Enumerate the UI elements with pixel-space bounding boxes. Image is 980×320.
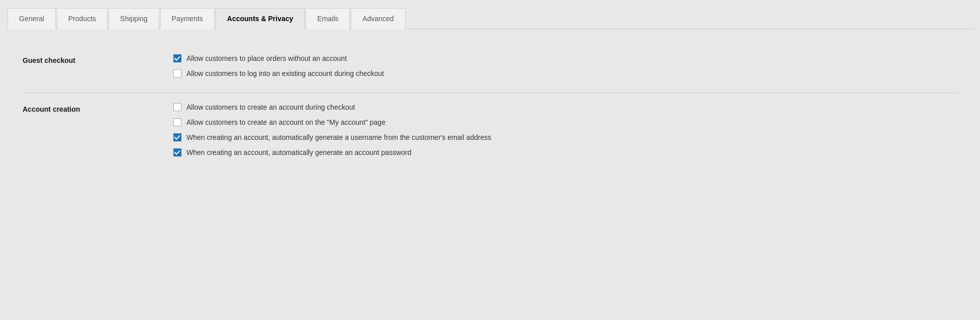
account-creation-options: Allow customers to create an account dur… (173, 103, 492, 156)
tab-products[interactable]: Products (57, 8, 108, 29)
checkbox-auto-generate-username[interactable] (173, 133, 181, 141)
tabs-container: General Products Shipping Payments Accou… (8, 8, 972, 29)
tab-general[interactable]: General (8, 8, 56, 29)
checkbox-allow-create-during-checkout[interactable] (173, 103, 181, 111)
checkbox-label-auto-generate-password[interactable]: When creating an account, automatically … (186, 148, 412, 156)
checkbox-row-auto-generate-password: When creating an account, automatically … (173, 148, 492, 156)
guest-checkout-options: Allow customers to place orders without … (173, 54, 384, 77)
checkbox-allow-create-on-my-account[interactable] (173, 118, 181, 126)
checkbox-allow-orders-without-account[interactable] (173, 54, 181, 62)
checkbox-allow-login-during-checkout[interactable] (173, 69, 181, 77)
checkbox-row-allow-login: Allow customers to log into an existing … (173, 69, 384, 77)
checkbox-label-allow-login[interactable]: Allow customers to log into an existing … (186, 69, 384, 77)
checkbox-row-auto-generate-username: When creating an account, automatically … (173, 133, 492, 141)
checkbox-row-create-on-my-account: Allow customers to create an account on … (173, 118, 492, 126)
checkbox-row-create-during-checkout: Allow customers to create an account dur… (173, 103, 492, 111)
tab-accounts-privacy[interactable]: Accounts & Privacy (216, 8, 305, 29)
tab-payments[interactable]: Payments (160, 8, 215, 29)
tab-advanced[interactable]: Advanced (351, 8, 405, 29)
checkbox-label-auto-generate-username[interactable]: When creating an account, automatically … (186, 133, 492, 141)
tab-emails[interactable]: Emails (306, 8, 350, 29)
page-wrapper: General Products Shipping Payments Accou… (0, 0, 980, 320)
checkbox-label-create-during-checkout[interactable]: Allow customers to create an account dur… (186, 103, 355, 111)
account-creation-label: Account creation (23, 103, 173, 113)
guest-checkout-label: Guest checkout (23, 54, 173, 64)
section-divider (23, 93, 957, 93)
content-area: Guest checkout Allow customers to place … (8, 44, 972, 182)
checkbox-row-allow-orders: Allow customers to place orders without … (173, 54, 384, 62)
tab-shipping[interactable]: Shipping (109, 8, 159, 29)
guest-checkout-section: Guest checkout Allow customers to place … (23, 54, 957, 77)
checkbox-label-create-on-my-account[interactable]: Allow customers to create an account on … (186, 118, 385, 126)
checkbox-auto-generate-password[interactable] (173, 148, 181, 156)
checkbox-label-allow-orders[interactable]: Allow customers to place orders without … (186, 54, 347, 62)
account-creation-section: Account creation Allow customers to crea… (23, 103, 957, 156)
